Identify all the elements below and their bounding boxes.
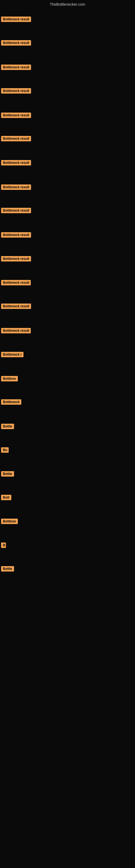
result-row: Bottleneck result — [0, 303, 32, 311]
result-row: Bottleneck r — [0, 351, 25, 360]
result-row: Bottleneck result — [0, 63, 32, 72]
site-title: TheBottlenecker.com — [0, 0, 135, 10]
bottleneck-badge: Bottleneck result — [1, 256, 31, 261]
bottleneck-badge: Bottleneck result — [1, 232, 31, 238]
bottleneck-badge: Bott — [1, 495, 11, 500]
result-row: Bottlene — [0, 518, 19, 526]
bottleneck-badge: Bottleneck result — [1, 328, 31, 333]
result-row: Bottleneck result — [0, 207, 32, 215]
bottleneck-badge: Bottleneck r — [1, 352, 24, 357]
bottleneck-badge: Bottle — [1, 566, 14, 571]
bottleneck-badge: Bottleneck result — [1, 65, 31, 70]
bottleneck-badge: Bottle — [1, 424, 14, 429]
bottleneck-badge: Bottleneck result — [1, 113, 31, 118]
bottleneck-badge: Bo — [1, 447, 9, 453]
bottleneck-badge: Bottle — [1, 471, 14, 476]
bottleneck-badge: Bottlene — [1, 519, 18, 524]
result-row: Bottleneck result — [0, 159, 32, 167]
result-row: Bottlene — [0, 375, 19, 383]
result-row: Bottle — [0, 470, 15, 479]
result-row: Bott — [0, 494, 12, 502]
bottleneck-badge: Bottleneck result — [1, 184, 31, 190]
result-row: B — [0, 541, 7, 550]
result-row: Bottleneck result — [0, 16, 32, 24]
bottleneck-badge: Bottleneck result — [1, 280, 31, 285]
result-row: Bottleneck result — [0, 327, 32, 336]
result-row: Bottleneck result — [0, 231, 32, 240]
result-row: Bottleneck result — [0, 39, 32, 48]
bottleneck-badge: Bottleneck — [1, 399, 21, 405]
result-row: Bottle — [0, 423, 15, 431]
result-row: Bottleneck result — [0, 279, 32, 287]
bottleneck-badge: Bottleneck result — [1, 136, 31, 141]
result-row: Bottleneck result — [0, 135, 32, 144]
bottleneck-badge: Bottleneck result — [1, 40, 31, 45]
result-row: Bottleneck result — [0, 255, 32, 264]
bottleneck-badge: Bottleneck result — [1, 208, 31, 213]
result-row: Bottleneck result — [0, 112, 32, 120]
result-row: Bottleneck result — [0, 183, 32, 192]
bottleneck-badge: Bottleneck result — [1, 160, 31, 165]
bottleneck-badge: Bottleneck result — [1, 88, 31, 94]
bottleneck-badge: Bottleneck result — [1, 304, 31, 309]
result-row: Bottleneck result — [0, 87, 32, 96]
result-row: Bottle — [0, 565, 15, 574]
result-row: Bottleneck — [0, 398, 22, 407]
bottleneck-badge: B — [1, 542, 6, 548]
bottleneck-badge: Bottlene — [1, 376, 18, 381]
bottleneck-badge: Bottleneck result — [1, 17, 31, 22]
result-row: Bo — [0, 446, 10, 455]
